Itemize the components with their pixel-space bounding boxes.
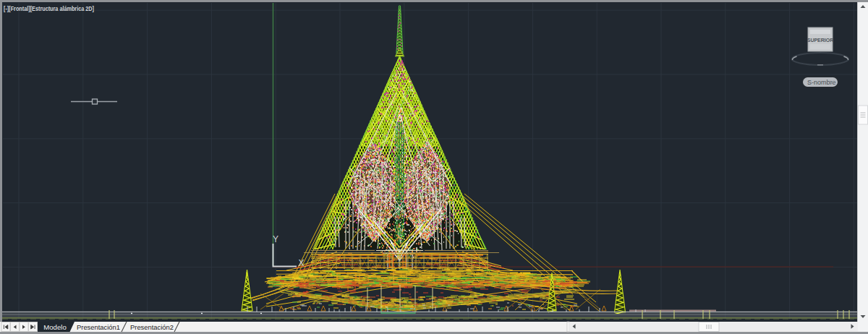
- svg-text:Modelo: Modelo: [43, 323, 66, 331]
- svg-text:[-][Frontal][Estructura alámbr: [-][Frontal][Estructura alámbrica 2D]: [4, 4, 94, 12]
- svg-text:Presentación2: Presentación2: [130, 323, 174, 331]
- svg-text:Y: Y: [273, 234, 278, 244]
- svg-text:X: X: [298, 258, 304, 268]
- svg-text:SUPERIOR: SUPERIOR: [807, 38, 834, 43]
- svg-text:Presentación1: Presentación1: [77, 323, 120, 331]
